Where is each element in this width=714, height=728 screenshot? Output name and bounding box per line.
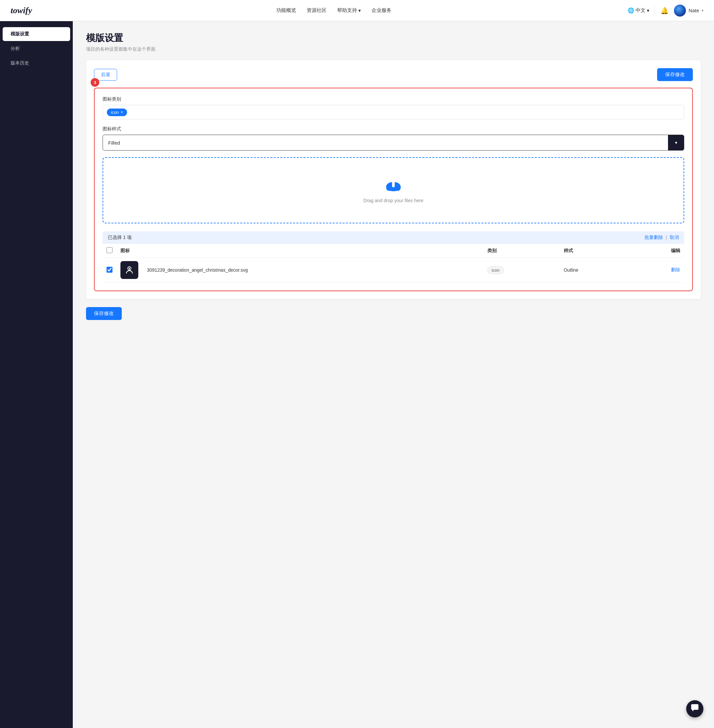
chevron-down-icon: ▾: [647, 8, 650, 14]
icon-category-input[interactable]: icon ×: [103, 105, 684, 120]
avatar: [674, 5, 686, 17]
validation-section: 图标类别 icon × 图标样式 Filled: [94, 88, 693, 291]
page-subtitle: 项目的各种设置都集中在这个界面: [86, 47, 701, 52]
category-badge: icon: [488, 266, 504, 274]
icon-category-group: 图标类别 icon ×: [103, 96, 684, 120]
file-list-header: 已选择 1 项 批量删除 | 取消: [103, 231, 684, 244]
icon-style-label: 图标样式: [103, 126, 684, 132]
selected-count: 已选择 1 项: [108, 235, 132, 240]
nav-links: 功能概览 资源社区 帮助支持 ▾ 企业服务: [53, 7, 614, 14]
file-list: 已选择 1 项 批量删除 | 取消: [103, 231, 684, 282]
main-layout: 模版设置 分析 版本历史 模版设置 项目的各种设置都集中在这个界面 后退 3 保…: [0, 21, 714, 728]
sidebar: 模版设置 分析 版本历史: [0, 21, 73, 728]
brand-logo[interactable]: towify: [10, 6, 32, 15]
settings-card: 后退 3 保存修改 图标类别 icon ×: [86, 60, 701, 299]
tag-remove-icon[interactable]: ×: [121, 110, 123, 114]
file-dropzone[interactable]: Drag and drop your files here: [103, 157, 684, 224]
cancel-selection-button[interactable]: 取消: [670, 235, 679, 240]
dropzone-text: Drag and drop your files here: [363, 198, 423, 203]
nav-help[interactable]: 帮助支持 ▾: [337, 7, 361, 14]
username-label: Nate: [688, 8, 699, 13]
icon-category-label: 图标类别: [103, 96, 684, 102]
svg-point-1: [386, 185, 393, 191]
file-list-actions: 批量删除 | 取消: [645, 235, 679, 240]
chat-icon: [690, 704, 699, 714]
chevron-down-icon: ▾: [675, 140, 677, 145]
style-value: Outline: [560, 258, 631, 282]
col-header-category: 类别: [483, 244, 560, 258]
chevron-down-icon: ▾: [702, 9, 704, 12]
save-button[interactable]: 保存修改: [657, 68, 693, 81]
bulk-delete-button[interactable]: 批量删除: [645, 235, 663, 240]
bottom-save-button[interactable]: 保存修改: [86, 307, 122, 320]
row-checkbox[interactable]: [106, 267, 112, 273]
select-value: Filled: [103, 140, 668, 146]
sidebar-item-template-settings[interactable]: 模版设置: [3, 27, 70, 41]
bottom-toolbar: 保存修改: [86, 307, 701, 320]
notification-bell-icon[interactable]: 🔔: [660, 7, 669, 15]
select-all-checkbox[interactable]: [106, 247, 112, 253]
globe-icon: 🌐: [628, 7, 634, 14]
file-icon-thumbnail: [120, 261, 138, 279]
svg-rect-7: [691, 704, 699, 710]
svg-point-2: [394, 185, 400, 191]
icon-style-select: Filled ▾: [103, 135, 684, 150]
select-dropdown-button[interactable]: ▾: [668, 135, 684, 150]
toolbar: 后退 3 保存修改: [94, 68, 693, 81]
sidebar-item-analytics[interactable]: 分析: [3, 42, 70, 56]
col-header-filename: [143, 244, 483, 258]
table-row: 3091239_decoration_angel_christmas_decor…: [103, 258, 684, 282]
lang-switcher[interactable]: 🌐 中文 ▾: [628, 7, 650, 14]
nav-right: 🌐 中文 ▾ 🔔 Nate ▾: [628, 5, 704, 17]
chevron-down-icon: ▾: [358, 8, 361, 14]
icon-tag: icon ×: [107, 108, 127, 116]
nav-divider: [655, 7, 655, 15]
file-table: 图标 类别 样式 编辑: [103, 244, 684, 282]
filename: 3091239_decoration_angel_christmas_decor…: [143, 258, 483, 282]
sidebar-item-version-history[interactable]: 版本历史: [3, 56, 70, 70]
chat-bubble-button[interactable]: [686, 700, 704, 717]
top-navigation: towify 功能概览 资源社区 帮助支持 ▾ 企业服务 🌐 中文 ▾ 🔔 Na…: [0, 0, 714, 21]
user-menu[interactable]: Nate ▾: [674, 5, 704, 17]
nav-resources[interactable]: 资源社区: [307, 7, 327, 14]
col-header-checkbox: [103, 244, 117, 258]
col-header-style: 样式: [560, 244, 631, 258]
svg-marker-8: [692, 710, 694, 711]
upload-icon: [384, 177, 404, 194]
svg-marker-4: [391, 178, 396, 182]
svg-point-6: [129, 268, 130, 269]
page-title: 模版设置: [86, 32, 701, 44]
icon-style-group: 图标样式 Filled ▾: [103, 126, 684, 150]
nav-enterprise[interactable]: 企业服务: [372, 7, 392, 14]
col-header-action: 编辑: [630, 244, 684, 258]
main-content: 模版设置 项目的各种设置都集中在这个界面 后退 3 保存修改 图标类别 icon…: [73, 21, 714, 728]
error-badge: 3: [91, 78, 99, 87]
col-header-icon: 图标: [117, 244, 143, 258]
nav-features[interactable]: 功能概览: [276, 7, 296, 14]
delete-button[interactable]: 删除: [671, 267, 680, 272]
